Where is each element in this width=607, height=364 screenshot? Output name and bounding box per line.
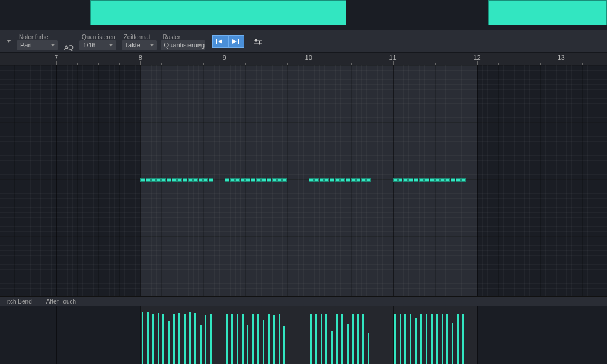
midi-note[interactable] bbox=[177, 178, 182, 182]
tab-pitchbend[interactable]: itch Bend bbox=[0, 298, 39, 305]
piano-roll-grid[interactable] bbox=[0, 65, 607, 296]
velocity-bar[interactable] bbox=[162, 314, 164, 364]
velocity-bar[interactable] bbox=[310, 314, 312, 364]
midi-note[interactable] bbox=[340, 178, 345, 182]
midi-note[interactable] bbox=[267, 178, 271, 182]
velocity-bar[interactable] bbox=[252, 314, 254, 364]
midi-note[interactable] bbox=[188, 178, 193, 182]
midi-note[interactable] bbox=[140, 178, 145, 182]
snap-start-button[interactable] bbox=[212, 35, 228, 48]
velocity-bar[interactable] bbox=[415, 318, 417, 364]
midi-note[interactable] bbox=[167, 178, 171, 182]
midi-note[interactable] bbox=[225, 178, 229, 182]
midi-note[interactable] bbox=[172, 178, 177, 182]
velocity-bar[interactable] bbox=[341, 314, 343, 364]
midi-note[interactable] bbox=[209, 178, 213, 182]
velocity-bar[interactable] bbox=[268, 314, 270, 364]
arrangement-clip[interactable] bbox=[488, 0, 607, 25]
velocity-bar[interactable] bbox=[436, 314, 438, 364]
midi-note[interactable] bbox=[361, 178, 366, 182]
velocity-bar[interactable] bbox=[242, 314, 244, 364]
midi-note[interactable] bbox=[456, 178, 461, 182]
midi-note[interactable] bbox=[277, 178, 282, 182]
velocity-bar[interactable] bbox=[273, 315, 275, 364]
midi-note[interactable] bbox=[445, 178, 450, 182]
velocity-bar[interactable] bbox=[400, 314, 401, 364]
midi-note[interactable] bbox=[408, 178, 413, 182]
midi-note[interactable] bbox=[199, 178, 203, 182]
tab-aftertouch[interactable]: After Touch bbox=[39, 298, 83, 305]
velocity-bar[interactable] bbox=[158, 313, 159, 364]
view-settings-button[interactable] bbox=[251, 35, 264, 48]
velocity-bar[interactable] bbox=[279, 314, 280, 364]
midi-note[interactable] bbox=[430, 178, 435, 182]
midi-note[interactable] bbox=[414, 178, 418, 182]
midi-note[interactable] bbox=[330, 178, 334, 182]
midi-note[interactable] bbox=[419, 178, 424, 182]
velocity-bar[interactable] bbox=[315, 314, 317, 364]
midi-note[interactable] bbox=[146, 178, 151, 182]
velocity-bar[interactable] bbox=[189, 312, 191, 364]
midi-note[interactable] bbox=[256, 178, 261, 182]
velocity-bar[interactable] bbox=[347, 324, 349, 364]
midi-note[interactable] bbox=[440, 178, 445, 182]
toolbar-menu-button[interactable] bbox=[2, 33, 15, 50]
velocity-bar[interactable] bbox=[178, 313, 180, 364]
midi-note[interactable] bbox=[156, 178, 161, 182]
velocity-bar[interactable] bbox=[336, 314, 338, 364]
velocity-bar[interactable] bbox=[352, 314, 354, 364]
snap-end-button[interactable] bbox=[228, 35, 244, 48]
midi-note[interactable] bbox=[151, 178, 156, 182]
midi-note[interactable] bbox=[314, 178, 319, 182]
velocity-bar[interactable] bbox=[168, 321, 170, 364]
velocity-bar[interactable] bbox=[426, 314, 427, 364]
midi-note[interactable] bbox=[320, 178, 324, 182]
velocity-bar[interactable] bbox=[357, 314, 359, 364]
midi-note[interactable] bbox=[183, 178, 187, 182]
velocity-bar[interactable] bbox=[462, 314, 464, 364]
velocity-bar[interactable] bbox=[247, 325, 248, 364]
velocity-bar[interactable] bbox=[173, 314, 175, 364]
velocity-bar[interactable] bbox=[368, 333, 369, 364]
midi-note[interactable] bbox=[203, 178, 208, 182]
velocity-bar[interactable] bbox=[257, 314, 259, 364]
velocity-bar[interactable] bbox=[200, 325, 202, 364]
midi-note[interactable] bbox=[241, 178, 245, 182]
velocity-bar[interactable] bbox=[431, 314, 433, 364]
velocity-bar[interactable] bbox=[226, 314, 228, 364]
velocity-bar[interactable] bbox=[147, 312, 149, 364]
velocity-bar[interactable] bbox=[263, 320, 264, 364]
velocity-bar[interactable] bbox=[404, 314, 406, 364]
velocity-bar[interactable] bbox=[205, 315, 206, 364]
velocity-bar[interactable] bbox=[210, 314, 212, 364]
midi-note[interactable] bbox=[461, 178, 466, 182]
midi-note[interactable] bbox=[451, 178, 455, 182]
midi-note[interactable] bbox=[235, 178, 240, 182]
quantisieren-dropdown[interactable]: 1/16 bbox=[79, 40, 116, 50]
velocity-bar[interactable] bbox=[394, 314, 396, 364]
velocity-bar[interactable] bbox=[457, 314, 459, 364]
midi-note[interactable] bbox=[193, 178, 198, 182]
velocity-bar[interactable] bbox=[142, 312, 143, 364]
midi-note[interactable] bbox=[335, 178, 340, 182]
timeline-ruler[interactable]: 78910111213 bbox=[0, 53, 607, 65]
midi-note[interactable] bbox=[324, 178, 329, 182]
velocity-bar[interactable] bbox=[325, 314, 327, 364]
midi-note[interactable] bbox=[161, 178, 166, 182]
arrangement-clip[interactable] bbox=[90, 0, 346, 25]
midi-note[interactable] bbox=[230, 178, 235, 182]
midi-note[interactable] bbox=[393, 178, 398, 182]
midi-note[interactable] bbox=[346, 178, 350, 182]
velocity-bar[interactable] bbox=[184, 314, 186, 364]
midi-note[interactable] bbox=[398, 178, 403, 182]
velocity-bar[interactable] bbox=[446, 314, 448, 364]
velocity-bar[interactable] bbox=[442, 314, 443, 364]
velocity-lane[interactable] bbox=[0, 306, 607, 364]
zeitformat-dropdown[interactable]: Takte bbox=[122, 40, 157, 50]
velocity-bar[interactable] bbox=[321, 314, 322, 364]
velocity-bar[interactable] bbox=[420, 314, 422, 364]
velocity-bar[interactable] bbox=[362, 314, 364, 364]
velocity-bar[interactable] bbox=[410, 314, 411, 364]
velocity-bar[interactable] bbox=[152, 314, 154, 364]
midi-note[interactable] bbox=[403, 178, 408, 182]
